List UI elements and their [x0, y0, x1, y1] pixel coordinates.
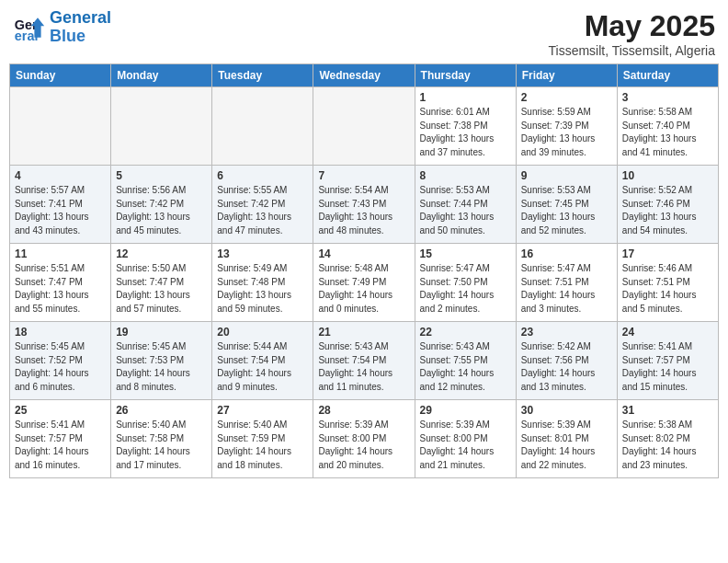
day-number: 2 — [521, 91, 612, 104]
day-number: 29 — [420, 404, 511, 417]
logo-icon: Gen eral — [13, 11, 46, 44]
weekday-header-thursday: Thursday — [415, 64, 516, 87]
day-number: 6 — [217, 169, 308, 182]
calendar-cell: 26Sunrise: 5:40 AM Sunset: 7:58 PM Dayli… — [111, 400, 212, 478]
day-number: 26 — [116, 404, 207, 417]
week-row-3: 11Sunrise: 5:51 AM Sunset: 7:47 PM Dayli… — [10, 244, 719, 322]
day-info: Sunrise: 6:01 AM Sunset: 7:38 PM Dayligh… — [420, 106, 511, 159]
calendar-cell: 30Sunrise: 5:39 AM Sunset: 8:01 PM Dayli… — [516, 400, 617, 478]
calendar-cell: 3Sunrise: 5:58 AM Sunset: 7:40 PM Daylig… — [617, 87, 718, 166]
day-info: Sunrise: 5:39 AM Sunset: 8:01 PM Dayligh… — [521, 419, 612, 472]
weekday-header-row: SundayMondayTuesdayWednesdayThursdayFrid… — [10, 64, 719, 87]
day-info: Sunrise: 5:43 AM Sunset: 7:54 PM Dayligh… — [318, 340, 409, 394]
calendar-cell: 7Sunrise: 5:54 AM Sunset: 7:43 PM Daylig… — [313, 166, 415, 244]
day-number: 20 — [217, 326, 308, 339]
day-number: 17 — [622, 247, 713, 260]
calendar-cell: 8Sunrise: 5:53 AM Sunset: 7:44 PM Daylig… — [415, 166, 516, 244]
day-number: 21 — [318, 326, 409, 339]
calendar-cell — [212, 87, 313, 166]
month-title: May 2025 — [548, 9, 715, 43]
calendar-cell — [111, 87, 212, 166]
day-info: Sunrise: 5:41 AM Sunset: 7:57 PM Dayligh… — [15, 419, 106, 472]
day-number: 5 — [116, 169, 207, 182]
week-row-1: 1Sunrise: 6:01 AM Sunset: 7:38 PM Daylig… — [10, 87, 719, 166]
week-row-4: 18Sunrise: 5:45 AM Sunset: 7:52 PM Dayli… — [10, 322, 719, 400]
day-number: 4 — [15, 169, 106, 182]
day-info: Sunrise: 5:55 AM Sunset: 7:42 PM Dayligh… — [217, 184, 308, 237]
page-header: Gen eral GeneralBlue May 2025 Tissemsilt… — [9, 9, 719, 58]
day-info: Sunrise: 5:38 AM Sunset: 8:02 PM Dayligh… — [622, 419, 713, 472]
day-number: 19 — [116, 326, 207, 339]
day-info: Sunrise: 5:40 AM Sunset: 7:59 PM Dayligh… — [217, 419, 308, 472]
day-info: Sunrise: 5:54 AM Sunset: 7:43 PM Dayligh… — [318, 184, 409, 237]
calendar-cell: 15Sunrise: 5:47 AM Sunset: 7:50 PM Dayli… — [415, 244, 516, 322]
calendar-cell: 10Sunrise: 5:52 AM Sunset: 7:46 PM Dayli… — [617, 166, 718, 244]
day-info: Sunrise: 5:41 AM Sunset: 7:57 PM Dayligh… — [622, 340, 713, 394]
calendar-cell: 11Sunrise: 5:51 AM Sunset: 7:47 PM Dayli… — [10, 244, 111, 322]
day-number: 9 — [521, 169, 612, 182]
day-number: 3 — [622, 91, 713, 104]
day-number: 24 — [622, 326, 713, 339]
calendar-cell: 16Sunrise: 5:47 AM Sunset: 7:51 PM Dayli… — [516, 244, 617, 322]
calendar-cell: 21Sunrise: 5:43 AM Sunset: 7:54 PM Dayli… — [313, 322, 415, 400]
calendar-cell: 1Sunrise: 6:01 AM Sunset: 7:38 PM Daylig… — [415, 87, 516, 166]
calendar-cell: 23Sunrise: 5:42 AM Sunset: 7:56 PM Dayli… — [516, 322, 617, 400]
calendar-cell: 24Sunrise: 5:41 AM Sunset: 7:57 PM Dayli… — [617, 322, 718, 400]
calendar-cell: 20Sunrise: 5:44 AM Sunset: 7:54 PM Dayli… — [212, 322, 313, 400]
calendar-cell: 12Sunrise: 5:50 AM Sunset: 7:47 PM Dayli… — [111, 244, 212, 322]
day-number: 12 — [116, 247, 207, 260]
calendar-cell — [313, 87, 415, 166]
day-info: Sunrise: 5:56 AM Sunset: 7:42 PM Dayligh… — [116, 184, 207, 237]
day-info: Sunrise: 5:40 AM Sunset: 7:58 PM Dayligh… — [116, 419, 207, 472]
logo: Gen eral GeneralBlue — [13, 9, 111, 46]
day-number: 28 — [318, 404, 409, 417]
calendar: SundayMondayTuesdayWednesdayThursdayFrid… — [9, 63, 719, 478]
day-info: Sunrise: 5:49 AM Sunset: 7:48 PM Dayligh… — [217, 262, 308, 316]
day-number: 1 — [420, 91, 511, 104]
weekday-header-monday: Monday — [111, 64, 212, 87]
calendar-cell: 9Sunrise: 5:53 AM Sunset: 7:45 PM Daylig… — [516, 166, 617, 244]
day-number: 8 — [420, 169, 511, 182]
day-number: 13 — [217, 247, 308, 260]
calendar-cell: 19Sunrise: 5:45 AM Sunset: 7:53 PM Dayli… — [111, 322, 212, 400]
weekday-header-tuesday: Tuesday — [212, 64, 313, 87]
day-number: 7 — [318, 169, 409, 182]
day-number: 16 — [521, 247, 612, 260]
day-number: 22 — [420, 326, 511, 339]
day-number: 11 — [15, 247, 106, 260]
calendar-cell: 5Sunrise: 5:56 AM Sunset: 7:42 PM Daylig… — [111, 166, 212, 244]
weekday-header-friday: Friday — [516, 64, 617, 87]
day-number: 27 — [217, 404, 308, 417]
day-info: Sunrise: 5:43 AM Sunset: 7:55 PM Dayligh… — [420, 340, 511, 394]
calendar-cell: 6Sunrise: 5:55 AM Sunset: 7:42 PM Daylig… — [212, 166, 313, 244]
day-number: 30 — [521, 404, 612, 417]
calendar-cell: 2Sunrise: 5:59 AM Sunset: 7:39 PM Daylig… — [516, 87, 617, 166]
weekday-header-wednesday: Wednesday — [313, 64, 415, 87]
day-info: Sunrise: 5:58 AM Sunset: 7:40 PM Dayligh… — [622, 106, 713, 159]
day-info: Sunrise: 5:39 AM Sunset: 8:00 PM Dayligh… — [420, 419, 511, 472]
day-info: Sunrise: 5:59 AM Sunset: 7:39 PM Dayligh… — [521, 106, 612, 159]
day-info: Sunrise: 5:47 AM Sunset: 7:51 PM Dayligh… — [521, 262, 612, 316]
calendar-cell: 22Sunrise: 5:43 AM Sunset: 7:55 PM Dayli… — [415, 322, 516, 400]
day-info: Sunrise: 5:53 AM Sunset: 7:45 PM Dayligh… — [521, 184, 612, 237]
calendar-cell: 13Sunrise: 5:49 AM Sunset: 7:48 PM Dayli… — [212, 244, 313, 322]
calendar-cell: 28Sunrise: 5:39 AM Sunset: 8:00 PM Dayli… — [313, 400, 415, 478]
day-info: Sunrise: 5:53 AM Sunset: 7:44 PM Dayligh… — [420, 184, 511, 237]
week-row-2: 4Sunrise: 5:57 AM Sunset: 7:41 PM Daylig… — [10, 166, 719, 244]
day-info: Sunrise: 5:45 AM Sunset: 7:52 PM Dayligh… — [15, 340, 106, 394]
calendar-cell: 14Sunrise: 5:48 AM Sunset: 7:49 PM Dayli… — [313, 244, 415, 322]
logo-text: GeneralBlue — [50, 9, 111, 46]
day-info: Sunrise: 5:50 AM Sunset: 7:47 PM Dayligh… — [116, 262, 207, 316]
calendar-cell: 17Sunrise: 5:46 AM Sunset: 7:51 PM Dayli… — [617, 244, 718, 322]
day-info: Sunrise: 5:57 AM Sunset: 7:41 PM Dayligh… — [15, 184, 106, 237]
day-number: 23 — [521, 326, 612, 339]
calendar-cell: 18Sunrise: 5:45 AM Sunset: 7:52 PM Dayli… — [10, 322, 111, 400]
calendar-cell: 31Sunrise: 5:38 AM Sunset: 8:02 PM Dayli… — [617, 400, 718, 478]
location: Tissemsilt, Tissemsilt, Algeria — [548, 43, 715, 58]
calendar-cell: 27Sunrise: 5:40 AM Sunset: 7:59 PM Dayli… — [212, 400, 313, 478]
weekday-header-saturday: Saturday — [617, 64, 718, 87]
calendar-cell: 25Sunrise: 5:41 AM Sunset: 7:57 PM Dayli… — [10, 400, 111, 478]
week-row-5: 25Sunrise: 5:41 AM Sunset: 7:57 PM Dayli… — [10, 400, 719, 478]
day-number: 31 — [622, 404, 713, 417]
calendar-cell: 29Sunrise: 5:39 AM Sunset: 8:00 PM Dayli… — [415, 400, 516, 478]
